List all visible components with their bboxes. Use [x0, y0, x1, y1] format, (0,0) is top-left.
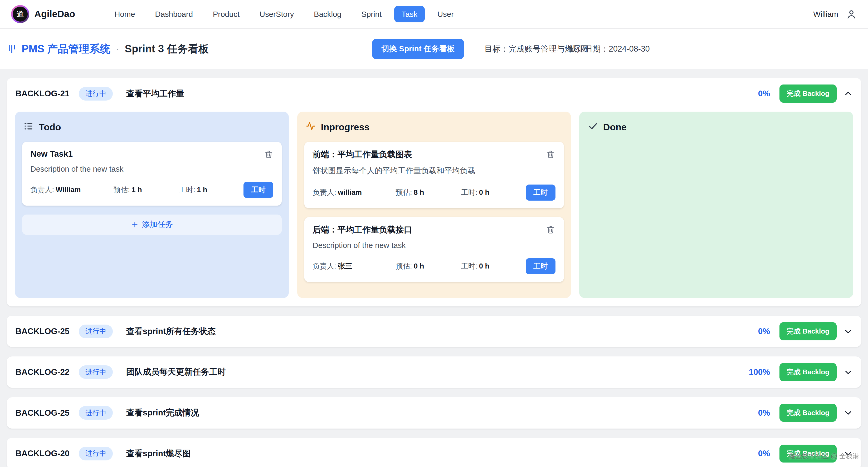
column-title: Todo	[39, 122, 61, 133]
nav-item-user[interactable]: User	[430, 6, 461, 22]
user-name: William	[813, 10, 838, 19]
page: 道 AgileDao Home Dashboard Product UserSt…	[0, 0, 868, 467]
backlog-progress: 0%	[758, 89, 770, 98]
page-header: PMS 产品管理系统 · Sprint 3 任务看板 切换 Sprint 任务看…	[0, 29, 868, 69]
page-title: Sprint 3 任务看板	[125, 42, 209, 56]
nav-item-product[interactable]: Product	[206, 6, 247, 22]
task-estimate: 预估:1 h	[114, 185, 179, 195]
check-icon	[588, 121, 598, 133]
backlog-list: BACKLOG-21 进行中 查看平均工作量 0% 完成 Backlog Tod…	[0, 69, 868, 467]
status-badge: 进行中	[79, 87, 113, 101]
task-title: New Task1	[31, 149, 73, 159]
backlog-progress: 0%	[758, 408, 770, 418]
task-owner: 负责人:William	[31, 185, 114, 195]
task-owner: 负责人:张三	[312, 261, 396, 271]
separator-dot: ·	[116, 43, 119, 55]
status-badge: 进行中	[79, 325, 113, 338]
trash-icon[interactable]	[546, 224, 556, 234]
column-inprogress: Inprogress 前端：平均工作量负载图表 饼状图显示每个人的平均工作量负载…	[297, 112, 571, 298]
status-badge: 进行中	[79, 447, 113, 460]
backlog-card: BACKLOG-20 进行中 查看sprint燃尽图 0% 完成 Backlog	[7, 438, 861, 467]
trash-icon[interactable]	[264, 149, 274, 159]
estimate-label: 预估:	[114, 186, 130, 194]
backlog-id: BACKLOG-22	[16, 367, 69, 377]
top-navbar: 道 AgileDao Home Dashboard Product UserSt…	[0, 0, 868, 29]
task-title: 后端：平均工作量负载接口	[312, 224, 412, 235]
column-title: Done	[603, 122, 627, 133]
task-estimate: 预估:8 h	[396, 188, 461, 197]
trash-icon[interactable]	[546, 149, 556, 159]
task-top: 后端：平均工作量负载接口	[312, 224, 556, 235]
backlog-header[interactable]: BACKLOG-25 进行中 查看sprint所有任务状态 0% 完成 Back…	[7, 315, 861, 347]
complete-backlog-button[interactable]: 完成 Backlog	[779, 85, 837, 103]
backlog-title: 团队成员每天更新任务工时	[126, 366, 226, 377]
nav-item-task[interactable]: Task	[394, 6, 425, 22]
logo-icon: 道	[11, 5, 29, 23]
logo-glyph: 道	[13, 7, 28, 22]
plus-icon	[131, 221, 138, 229]
user-avatar-icon[interactable]	[846, 9, 857, 20]
task-card[interactable]: New Task1 Description of the new task 负责…	[22, 142, 282, 206]
owner-value: 张三	[338, 262, 352, 270]
owner-value: william	[338, 188, 362, 196]
activity-icon	[305, 121, 316, 133]
task-card[interactable]: 前端：平均工作量负载图表 饼状图显示每个人的平均工作量负载和平均负载 负责人:w…	[304, 142, 564, 208]
project-link[interactable]: PMS 产品管理系统	[22, 42, 111, 56]
backlog-header[interactable]: BACKLOG-22 进行中 团队成员每天更新任务工时 100% 完成 Back…	[7, 357, 861, 388]
task-board: Todo New Task1 Description of the new ta…	[7, 109, 861, 306]
nav-item-userstory[interactable]: UserStory	[252, 6, 301, 22]
log-hours-button[interactable]: 工时	[526, 258, 556, 274]
complete-backlog-button[interactable]: 完成 Backlog	[779, 445, 837, 463]
estimate-value: 0 h	[414, 262, 424, 270]
complete-backlog-button[interactable]: 完成 Backlog	[779, 404, 837, 422]
backlog-card: BACKLOG-22 进行中 团队成员每天更新任务工时 100% 完成 Back…	[7, 357, 861, 388]
backlog-title: 查看sprint燃尽图	[126, 448, 191, 459]
complete-backlog-button[interactable]: 完成 Backlog	[779, 363, 837, 381]
complete-backlog-button[interactable]: 完成 Backlog	[779, 322, 837, 340]
nav-item-dashboard[interactable]: Dashboard	[148, 6, 200, 22]
owner-label: 负责人:	[312, 262, 336, 270]
backlog-id: BACKLOG-25	[16, 326, 69, 336]
log-hours-button[interactable]: 工时	[244, 181, 273, 198]
backlog-header[interactable]: BACKLOG-25 进行中 查看sprint完成情况 0% 完成 Backlo…	[7, 397, 861, 429]
backlog-progress: 0%	[758, 448, 770, 458]
nav-item-backlog[interactable]: Backlog	[307, 6, 349, 22]
nav-menu: Home Dashboard Product UserStory Backlog…	[107, 6, 461, 22]
nav-item-sprint[interactable]: Sprint	[354, 6, 389, 22]
log-hours-button[interactable]: 工时	[526, 185, 556, 201]
backlog-title: 查看sprint完成情况	[126, 407, 199, 418]
chevron-down-icon[interactable]	[844, 327, 853, 336]
chevron-up-icon[interactable]	[844, 89, 853, 98]
column-done-header: Done	[588, 121, 845, 133]
switch-sprint-button[interactable]: 切换 Sprint 任务看板	[372, 39, 464, 59]
task-hours: 工时:0 h	[461, 188, 525, 197]
backlog-progress: 0%	[758, 326, 770, 336]
status-badge: 进行中	[79, 406, 113, 420]
task-description: Description of the new task	[312, 241, 556, 250]
backlog-header[interactable]: BACKLOG-21 进行中 查看平均工作量 0% 完成 Backlog	[7, 78, 861, 109]
estimate-label: 预估:	[396, 188, 412, 196]
status-badge: 进行中	[79, 365, 113, 379]
brand-link[interactable]: 道 AgileDao	[11, 5, 75, 23]
backlog-title: 查看sprint所有任务状态	[126, 326, 216, 337]
backlog-id: BACKLOG-20	[16, 448, 69, 458]
backlog-id: BACKLOG-25	[16, 408, 69, 418]
task-card[interactable]: 后端：平均工作量负载接口 Description of the new task…	[304, 217, 564, 282]
task-top: New Task1	[31, 149, 274, 159]
chevron-down-icon[interactable]	[844, 449, 853, 458]
column-done: Done	[579, 112, 853, 298]
nav-item-home[interactable]: Home	[107, 6, 142, 22]
owner-value: William	[56, 186, 81, 194]
add-task-button[interactable]: 添加任务	[22, 214, 282, 235]
brand-name: AgileDao	[34, 9, 75, 20]
hours-label: 工时:	[179, 186, 195, 194]
backlog-header[interactable]: BACKLOG-20 进行中 查看sprint燃尽图 0% 完成 Backlog	[7, 438, 861, 467]
todo-list-icon	[23, 121, 34, 133]
chevron-down-icon[interactable]	[844, 408, 853, 417]
estimate-value: 8 h	[414, 188, 424, 196]
column-inprogress-header: Inprogress	[305, 121, 563, 133]
chevron-down-icon[interactable]	[844, 368, 853, 377]
backlog-card: BACKLOG-25 进行中 查看sprint完成情况 0% 完成 Backlo…	[7, 397, 861, 429]
sprint-deadline: 截止日期：2024-08-30	[569, 43, 650, 54]
task-hours: 工时:1 h	[179, 185, 244, 195]
